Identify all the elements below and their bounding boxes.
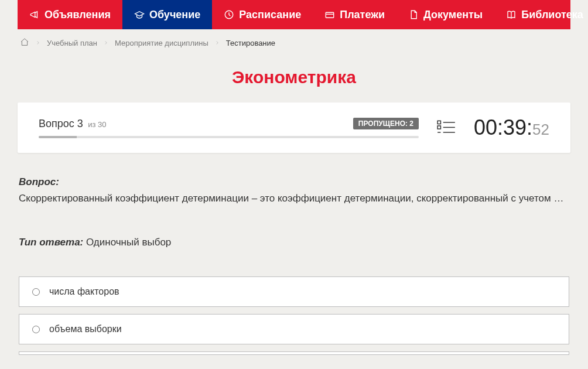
payment-icon [324,9,335,20]
options-list: числа факторов объема выборки [19,276,569,367]
option-item[interactable] [19,351,569,355]
question-label: Вопрос: [19,176,59,187]
timer: 00:39:52 [474,115,549,140]
nav-schedule[interactable]: Расписание [212,0,313,29]
option-radio[interactable] [32,326,40,333]
nav-label: Библиотека [521,9,583,21]
timer-main: 00:39: [474,115,532,140]
progress-bar [39,136,419,138]
question-list-button[interactable] [436,119,456,136]
chevron-right-icon [35,39,41,47]
option-label: объема выборки [49,324,122,334]
nav-label: Расписание [239,9,301,21]
question-text: Скорректированный коэффициент детерминац… [19,190,569,206]
clock-icon [224,9,234,20]
progress-fill [39,136,77,138]
breadcrumb: Учебный план Мероприятие дисциплины Тест… [18,29,570,57]
timer-seconds: 52 [532,121,549,139]
breadcrumb-testing: Тестирование [226,39,275,47]
nav-label: Объявления [45,9,111,21]
svg-rect-4 [437,126,440,129]
home-icon[interactable] [20,37,29,49]
svg-rect-1 [326,12,334,18]
question-total: из 30 [88,120,106,129]
nav-label: Платежи [340,9,385,21]
option-item[interactable]: числа факторов [19,276,569,307]
graduation-cap-icon [134,9,145,20]
nav-label: Документы [423,9,483,21]
nav-payments[interactable]: Платежи [313,0,396,29]
chevron-right-icon [214,39,220,47]
document-icon [408,9,419,20]
question-number: Вопрос 3 [39,118,83,129]
nav-announcements[interactable]: Объявления [18,0,122,29]
answer-type-value: Одиночный выбор [86,237,171,248]
answer-type-label: Тип ответа: [19,237,83,248]
nav-library[interactable]: Библиотека [494,0,588,29]
nav-learning[interactable]: Обучение [122,0,212,29]
main-nav: Объявления Обучение Расписание Платежи Д… [18,0,570,29]
question-body: Вопрос: Скорректированный коэффициент де… [18,176,570,367]
option-radio[interactable] [32,288,40,296]
skipped-badge: ПРОПУЩЕНО: 2 [353,118,419,129]
megaphone-icon [29,9,40,20]
progress-card: Вопрос 3 из 30 ПРОПУЩЕНО: 2 00:39:52 [18,102,570,153]
answer-type: Тип ответа: Одиночный выбор [19,237,569,248]
page-title: Эконометрика [18,67,570,87]
svg-rect-2 [437,121,440,124]
book-icon [506,9,517,20]
nav-documents[interactable]: Документы [396,0,494,29]
nav-label: Обучение [149,9,200,21]
question-progress: Вопрос 3 из 30 ПРОПУЩЕНО: 2 [39,118,419,138]
breadcrumb-study-plan[interactable]: Учебный план [47,39,97,47]
option-label: числа факторов [49,286,119,297]
chevron-right-icon [103,39,109,47]
option-item[interactable]: объема выборки [19,314,569,344]
breadcrumb-discipline-event[interactable]: Мероприятие дисциплины [115,39,208,47]
